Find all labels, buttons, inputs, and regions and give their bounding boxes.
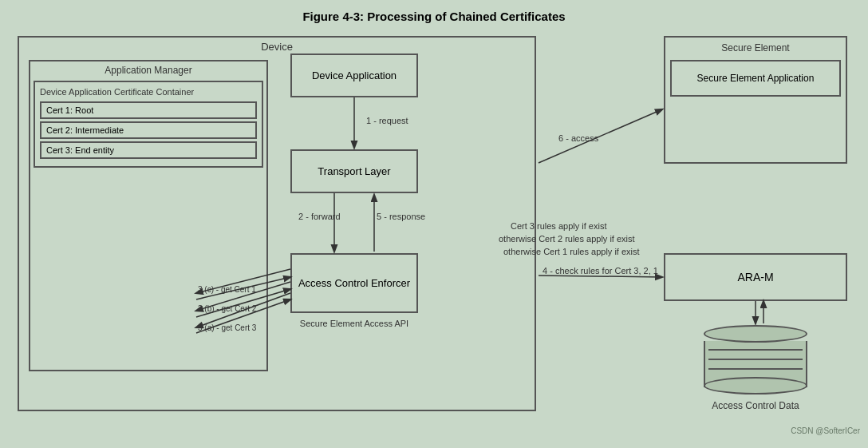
cert1-rule-text: otherwise Cert 1 rules apply if exist	[503, 247, 640, 256]
arrow-label-access: 6 - access	[558, 133, 598, 143]
page-title: Figure 4-3: Processing of Chained Certif…	[0, 0, 868, 30]
db-bottom-ellipse	[704, 377, 807, 394]
svg-line-10	[539, 276, 662, 277]
db-top-ellipse	[704, 325, 807, 343]
arrow-label-check-rules: 4 - check rules for Cert 3, 2, 1	[542, 266, 658, 276]
cert2-rule-text: otherwise Cert 2 rules apply if exist	[499, 234, 635, 244]
main-arrows-svg	[0, 30, 868, 437]
svg-line-9	[539, 109, 662, 163]
watermark: CSDN @SofterICer	[791, 426, 860, 435]
cert3-rule-text: Cert 3 rules apply if exist	[511, 221, 606, 231]
